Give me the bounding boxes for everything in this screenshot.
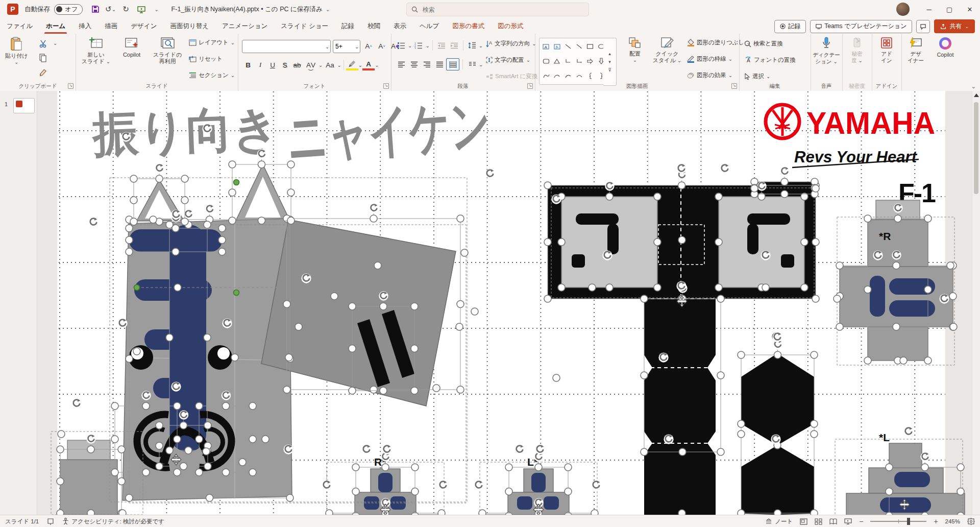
start-presentation-icon[interactable]: [135, 3, 148, 15]
zoom-in-button[interactable]: +: [934, 517, 938, 525]
section-button[interactable]: セクション⌄: [189, 71, 235, 79]
font-name-combo[interactable]: ⌄: [242, 40, 331, 53]
tab-shape-format[interactable]: 図形の書式: [446, 18, 491, 34]
layout-button[interactable]: レイアウト⌄: [189, 39, 235, 46]
normal-view-button[interactable]: [800, 518, 807, 525]
align-left-button[interactable]: [395, 59, 407, 70]
copilot-button[interactable]: Copilot: [931, 37, 960, 58]
copilot-slides-button[interactable]: Copilot: [116, 37, 147, 58]
user-avatar[interactable]: [896, 3, 910, 16]
reset-button[interactable]: リセット: [189, 55, 223, 63]
columns-button[interactable]: [466, 59, 478, 70]
align-center-button[interactable]: [408, 59, 420, 70]
align-text-button[interactable]: 文字の配置⌄: [486, 56, 530, 64]
tab-record[interactable]: 記録: [335, 18, 361, 34]
select-button[interactable]: 選択⌄: [744, 73, 770, 80]
save-icon[interactable]: [89, 3, 102, 15]
slide-thumbnail-panel[interactable]: 1: [0, 91, 37, 515]
drawing-dialog-launcher[interactable]: ↘: [731, 83, 737, 89]
tab-review[interactable]: 校閲: [361, 18, 387, 34]
text-direction-button[interactable]: A 文字列の方向⌄: [486, 40, 536, 47]
underline-button[interactable]: U: [266, 59, 279, 70]
character-spacing-chevron-icon[interactable]: ⌄: [318, 62, 323, 68]
addins-button[interactable]: アド イン: [875, 37, 898, 63]
tab-file[interactable]: ファイル: [0, 18, 39, 34]
teams-present-button[interactable]: Teams でプレゼンテーション: [810, 20, 912, 33]
quick-access-chevron-icon[interactable]: ⌄: [150, 3, 163, 15]
fit-slide-to-window-button[interactable]: [967, 518, 975, 525]
zoom-slider-thumb[interactable]: [907, 518, 910, 525]
undo-button[interactable]: ↺⌄: [104, 3, 117, 15]
font-size-combo[interactable]: ⌄: [333, 40, 360, 53]
strikethrough-button[interactable]: ab: [291, 59, 303, 70]
accessibility-status[interactable]: アクセシビリティ: 検討が必要です: [62, 518, 164, 525]
redo-button[interactable]: ↻: [119, 3, 133, 15]
collapse-ribbon-chevron-icon[interactable]: ⌄: [971, 83, 976, 90]
increase-indent-button[interactable]: [448, 40, 460, 51]
tab-design[interactable]: デザイン: [124, 18, 163, 34]
format-painter-button[interactable]: [37, 66, 49, 78]
slide-thumbnail[interactable]: [13, 98, 35, 113]
record-button[interactable]: 記録: [774, 20, 806, 33]
minimize-button[interactable]: ─: [919, 1, 939, 18]
sensitivity-button[interactable]: 秘密 度 ⌄: [844, 37, 870, 64]
reading-view-button[interactable]: [829, 518, 837, 525]
bold-button[interactable]: B: [242, 59, 254, 70]
tab-help[interactable]: ヘルプ: [413, 18, 446, 34]
shape-effects-button[interactable]: 図形の効果⌄: [687, 71, 732, 79]
line-spacing-button[interactable]: [466, 40, 478, 51]
increase-font-button[interactable]: A˄: [362, 40, 375, 52]
paragraph-dialog-launcher[interactable]: ↘: [527, 83, 533, 89]
font-dialog-launcher[interactable]: ↘: [383, 83, 389, 89]
shape-outline-button[interactable]: 図形の枠線⌄: [687, 55, 732, 63]
scrollbar-thumb[interactable]: [974, 102, 978, 194]
vertical-scrollbar[interactable]: [972, 91, 980, 515]
distribute-text-button[interactable]: [446, 58, 459, 70]
reuse-slides-button[interactable]: スライドの 再利用: [150, 37, 185, 65]
maximize-button[interactable]: ▢: [939, 1, 960, 18]
tab-slideshow[interactable]: スライド ショー: [274, 18, 335, 34]
bullets-button[interactable]: [395, 40, 407, 51]
new-slide-button[interactable]: 新しい スライド ⌄: [80, 37, 112, 65]
tab-picture-format[interactable]: 図の形式: [491, 18, 530, 34]
decrease-indent-button[interactable]: [435, 40, 448, 51]
tab-transitions[interactable]: 画面切り替え: [163, 18, 215, 34]
clipboard-dialog-launcher[interactable]: ↘: [68, 83, 74, 89]
search-input[interactable]: [422, 6, 572, 14]
slide-canvas[interactable]: 振り向き ニャイケン YAMAHA Revs Your Heart F-1: [0, 91, 980, 515]
search-box[interactable]: [406, 3, 589, 16]
tab-view[interactable]: 表示: [387, 18, 413, 34]
shape-gallery-scroll[interactable]: ▴▾⊽: [603, 38, 617, 86]
font-color-button[interactable]: A: [362, 60, 375, 70]
change-case-button[interactable]: Aa: [323, 59, 337, 70]
align-right-button[interactable]: [421, 59, 433, 70]
zoom-out-button[interactable]: −: [859, 517, 863, 525]
close-button[interactable]: ✕: [960, 1, 980, 18]
slide-sorter-view-button[interactable]: [815, 518, 822, 525]
comments-button[interactable]: [916, 20, 930, 33]
italic-button[interactable]: I: [254, 59, 266, 70]
tab-animations[interactable]: アニメーション: [215, 18, 274, 34]
share-button[interactable]: 共有 ⌄: [934, 19, 975, 33]
tab-draw[interactable]: 描画: [98, 18, 124, 34]
slideshow-view-button[interactable]: [844, 518, 852, 525]
decrease-font-button[interactable]: A˅: [376, 40, 388, 52]
highlight-color-button[interactable]: 🖉: [346, 60, 358, 70]
find-replace-button[interactable]: 検索と置換: [744, 40, 783, 47]
cut-chevron-icon[interactable]: ⌄: [53, 40, 57, 46]
shadow-button[interactable]: S: [279, 59, 291, 70]
font-size-input[interactable]: [333, 42, 355, 51]
display-settings-icon[interactable]: [47, 518, 54, 525]
quick-styles-button[interactable]: クイック スタイル ⌄: [651, 37, 683, 64]
justify-button[interactable]: [433, 59, 446, 70]
title-dropdown-icon[interactable]: ⌄: [326, 7, 330, 12]
undo-chevron-icon[interactable]: ⌄: [112, 7, 116, 12]
tab-insert[interactable]: 挿入: [72, 18, 98, 34]
tab-home[interactable]: ホーム: [39, 18, 72, 34]
numbering-button[interactable]: 123: [412, 40, 425, 51]
copy-button[interactable]: [37, 52, 49, 63]
paste-button[interactable]: 貼り付け⌄: [5, 37, 28, 65]
zoom-level[interactable]: 245%: [945, 518, 960, 524]
designer-button[interactable]: デザ イナー: [902, 37, 929, 63]
powerpoint-app-icon[interactable]: P: [7, 4, 18, 15]
